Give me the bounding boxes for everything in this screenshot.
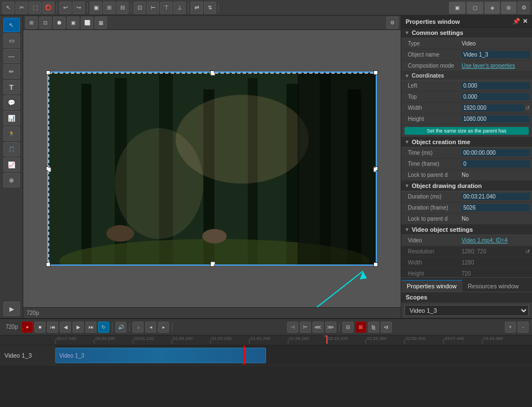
rect-draw-tool[interactable]: ▭	[3, 33, 20, 48]
select-all-btn[interactable]: ▣	[90, 2, 102, 14]
handle-ml[interactable]	[46, 166, 50, 171]
pin-icon[interactable]: 📌	[513, 18, 520, 25]
settings-btn[interactable]: ⚙	[518, 2, 530, 14]
canvas-tool3[interactable]: ⬢	[53, 17, 65, 29]
canvas-size-btn1[interactable]: ▣	[449, 2, 466, 14]
left-value[interactable]: 0.000	[462, 82, 530, 89]
align-left-btn[interactable]: ⊡	[134, 2, 146, 14]
handle-tm[interactable]	[210, 70, 214, 75]
step-fwd-btn[interactable]: ⏭	[85, 322, 96, 333]
canvas-viewport[interactable]	[23, 30, 401, 307]
close-icon[interactable]: ✕	[523, 18, 528, 25]
goto-in-btn[interactable]: ⋘	[313, 322, 324, 333]
flip-h-btn[interactable]: ⇄	[191, 2, 203, 14]
prop-width[interactable]: Width 1920.000 ↺	[401, 103, 532, 114]
chart-tool[interactable]: 📊	[3, 111, 20, 125]
rect-tool[interactable]: ⬚	[29, 2, 41, 14]
tab-properties[interactable]: Properties window	[401, 280, 462, 292]
set-size-btn[interactable]: Set the same size as the parent has	[405, 127, 529, 135]
prop-height[interactable]: Height 1080.000	[401, 114, 532, 125]
keyframe-prev-btn[interactable]: ◂	[145, 322, 156, 333]
loop-btn[interactable]: ↻	[98, 322, 109, 333]
track-content[interactable]: Video 1_3	[55, 345, 532, 365]
slip-btn[interactable]: ⧏	[381, 322, 392, 333]
handle-bm[interactable]	[210, 262, 214, 267]
zoom-out-tl[interactable]: -	[518, 322, 529, 333]
prev-frame-btn[interactable]: ⏮	[47, 322, 58, 333]
record-btn[interactable]: ●	[22, 322, 33, 333]
scopes-dropdown[interactable]: Video 1_3	[405, 305, 529, 316]
canvas-size-btn3[interactable]: ⊞	[501, 2, 516, 14]
select-tool[interactable]: ↖	[3, 18, 20, 32]
prop-object-name[interactable]: Object name Video 1_3	[401, 49, 532, 60]
delete-btn[interactable]: ⊠	[355, 322, 366, 333]
add-tool[interactable]: ⊕	[3, 173, 20, 187]
prop-time-frame[interactable]: Time (frame) 0	[401, 159, 532, 170]
top-value[interactable]: 0.000	[462, 93, 530, 100]
stop-btn[interactable]: ■	[34, 322, 45, 333]
prop-lock-parent-creation[interactable]: Lock to parent d No	[401, 170, 532, 181]
audio-btn[interactable]: 🔊	[115, 322, 126, 333]
canvas-tool6[interactable]: ▦	[95, 17, 107, 29]
anim-tool[interactable]: 🏃	[3, 126, 20, 141]
align-right-btn[interactable]: ⊢	[147, 2, 159, 14]
audio-tool[interactable]: 🎵	[3, 142, 20, 156]
goto-out-btn[interactable]: ⋙	[325, 322, 336, 333]
cut-tool[interactable]: ✂	[16, 2, 28, 14]
ungroup-btn[interactable]: ⊟	[116, 2, 129, 14]
section-common-settings[interactable]: ▼ Common settings	[401, 28, 532, 38]
time-ms-value[interactable]: 00:00:00.000	[462, 149, 530, 156]
duration-frame-value[interactable]: 5026	[462, 204, 530, 211]
in-point-btn[interactable]: ⊣	[287, 322, 298, 333]
ripple-btn[interactable]: ⧎	[368, 322, 379, 333]
section-video-settings[interactable]: ▼ Video object settings	[401, 225, 532, 235]
prop-comp-mode[interactable]: Composition mode Use layer's properties	[401, 60, 532, 72]
prop-left[interactable]: Left 0.000	[401, 80, 532, 91]
keyframe-next-btn[interactable]: ▸	[158, 322, 169, 333]
resolution-reset-icon[interactable]: ↺	[525, 248, 530, 255]
track-clip[interactable]: Video 1_3	[55, 348, 266, 363]
text-tool[interactable]: T	[3, 80, 20, 94]
redo-btn[interactable]: ↪	[73, 2, 85, 14]
tab-resources[interactable]: Resources window	[462, 280, 524, 292]
canvas-tool4[interactable]: ▣	[67, 17, 79, 29]
play-btn[interactable]: ▶	[73, 322, 84, 333]
width-reset-icon[interactable]: ↺	[525, 105, 530, 111]
circle-tool[interactable]: ⭕	[42, 2, 54, 14]
handle-tr[interactable]	[374, 70, 378, 75]
align-bottom-btn[interactable]: ⊥	[173, 2, 186, 14]
canvas-fit-btn[interactable]: ◈	[484, 2, 500, 14]
video-file-value[interactable]: Video 1.mp4; ID=4	[462, 237, 530, 243]
handle-br[interactable]	[374, 262, 378, 267]
time-frame-value[interactable]: 0	[462, 160, 530, 167]
height-value[interactable]: 1080.000	[462, 115, 530, 123]
step-back-btn[interactable]: ◀	[60, 322, 71, 333]
canvas-tool5[interactable]: ⬜	[81, 17, 93, 29]
out-point-btn[interactable]: ⊢	[300, 322, 311, 333]
object-name-value[interactable]: Video 1_3	[462, 51, 530, 58]
canvas-tool1[interactable]: ⊞	[25, 17, 38, 29]
canvas-settings-btn[interactable]: ⚙	[386, 17, 398, 29]
handle-bl[interactable]	[46, 262, 50, 267]
prop-duration-frame[interactable]: Duration (frame) 5026	[401, 202, 532, 213]
duration-ms-value[interactable]: 00:03:21.040	[462, 193, 530, 200]
flip-v-btn[interactable]: ⇅	[204, 2, 216, 14]
comp-mode-value[interactable]: Use layer's properties	[462, 63, 530, 69]
prop-video-file[interactable]: Video Video 1.mp4; ID=4	[401, 235, 532, 246]
section-drawing-duration[interactable]: ▼ Object drawing duration	[401, 181, 532, 191]
graph-tool[interactable]: 📈	[3, 157, 20, 172]
pen-tool[interactable]: ✏	[3, 64, 20, 79]
align-top-btn[interactable]: ⊤	[160, 2, 172, 14]
cursor-tool[interactable]: ↖	[2, 2, 14, 14]
split-btn[interactable]: ⊟	[342, 322, 354, 333]
handle-tl[interactable]	[46, 70, 50, 75]
comment-tool[interactable]: 💬	[3, 95, 20, 110]
undo-btn[interactable]: ↩	[59, 2, 71, 14]
prop-top[interactable]: Top 0.000	[401, 91, 532, 103]
video-frame[interactable]	[47, 72, 377, 266]
canvas-size-btn2[interactable]: ▢	[467, 2, 483, 14]
keyframe-btn[interactable]: ⬦	[132, 322, 144, 333]
prop-duration-ms[interactable]: Duration (ms) 00:03:21.040	[401, 191, 532, 202]
canvas-tool2[interactable]: ⊡	[39, 17, 52, 29]
panel-content[interactable]: ▼ Common settings Type Video Object name…	[401, 28, 532, 277]
